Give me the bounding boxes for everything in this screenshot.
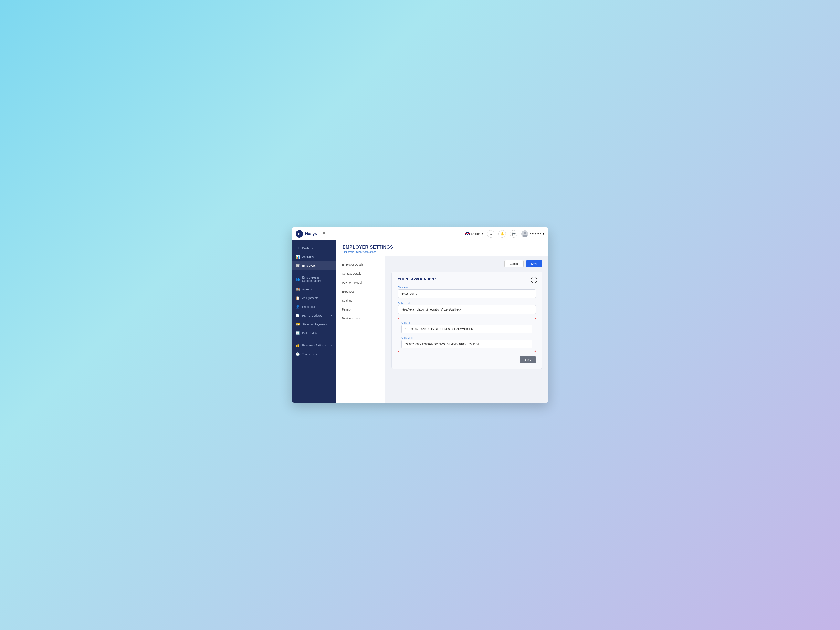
client-secret-label: Client Secret [401,336,532,339]
top-actions: Cancel Save [392,260,542,267]
logo-area: N Nxsys ☰ [295,230,336,237]
card-save-button[interactable]: Save [520,356,536,363]
client-name-label: Client name * [398,286,536,289]
sidebar-label-payments: Payments Settings [302,344,326,347]
hamburger-icon[interactable]: ☰ [322,232,325,236]
sidebar-item-employees[interactable]: 👥 Employees & Subcontractors [292,273,336,285]
sidebar-item-payments[interactable]: 💰 Payments Settings ▾ [292,341,336,350]
breadcrumb-separator: / [355,251,356,253]
breadcrumb: Employers / Client Applications [343,251,542,253]
content-area: EMPLOYER SETTINGS Employers / Client App… [336,240,548,403]
save-button[interactable]: Save [526,260,542,267]
cancel-button[interactable]: Cancel [504,260,524,267]
sidebar-label-bulk: Bulk Update [302,332,317,335]
sidebar-divider-1 [295,272,333,272]
employers-icon: 🏢 [295,264,300,267]
page-header: EMPLOYER SETTINGS Employers / Client App… [336,240,548,256]
sidebar-item-employers[interactable]: 🏢 Employers [292,261,336,270]
form-area: Cancel Save CLIENT APPLICATION 1 + Clien… [385,256,548,403]
language-selector[interactable]: English ▾ [465,232,483,235]
subnav-payment-model[interactable]: Payment Model [336,278,385,287]
hmrc-icon: 📄 [295,314,300,317]
flag-icon [465,232,470,235]
logo-text: Nxsys [305,231,317,236]
svg-point-1 [524,232,526,234]
sidebar-item-prospects[interactable]: 👤 Prospects [292,302,336,311]
subnav-pension[interactable]: Pension [336,305,385,314]
sidebar-item-assignments[interactable]: 📋 Assignments [292,294,336,302]
bulk-icon: 🔄 [295,331,300,335]
employees-icon: 👥 [295,277,300,281]
subnav-employer-details[interactable]: Employer Details [336,260,385,269]
highlighted-credentials-section: Client Id Client Secret [398,318,536,352]
breadcrumb-employers-link[interactable]: Employers [343,251,354,253]
sidebar-item-statutory[interactable]: 💳 Statutory Payments [292,320,336,328]
breadcrumb-client-applications-link[interactable]: Client Applications [356,251,376,253]
messages-icon[interactable]: 💬 [510,230,517,237]
main-layout: ⊞ Dashboard 📊 Analytics 🏢 Employers 👥 Em… [292,240,548,403]
app-window: N Nxsys ☰ English ▾ ⊕ 🔔 💬 [292,227,548,403]
username-label: ●●●●●●● [530,232,541,235]
sidebar-label-timesheets: Timesheets [302,352,317,356]
user-chevron-icon: ▾ [543,232,545,236]
subnav-settings[interactable]: Settings [336,296,385,305]
logo-icon: N [295,230,303,237]
required-indicator: * [411,286,411,289]
prospects-icon: 👤 [295,305,300,309]
payments-arrow-icon: ▾ [331,344,332,347]
avatar [521,231,528,237]
add-application-button[interactable]: + [531,277,537,283]
redirect-uri-label: Redirect Uri * [398,302,536,305]
subnav-expenses[interactable]: Expenses [336,287,385,296]
analytics-icon: 📊 [295,255,300,259]
client-id-input[interactable] [401,325,532,333]
sub-navigation: Employer Details Contact Details Payment… [336,256,385,403]
client-id-group: Client Id [401,322,532,333]
sidebar-label-employers: Employers [302,264,316,267]
hmrc-arrow-icon: ▾ [331,314,332,317]
add-button[interactable]: ⊕ [487,230,494,237]
sidebar-label-statutory: Statutory Payments [302,323,327,326]
sidebar: ⊞ Dashboard 📊 Analytics 🏢 Employers 👥 Em… [292,240,336,403]
sidebar-label-agency: Agency [302,288,312,291]
redirect-uri-group: Redirect Uri * [398,302,536,314]
sidebar-item-agency[interactable]: 🏬 Agency [292,285,336,294]
sidebar-item-hmrc[interactable]: 📄 HMRC Updates ▾ [292,311,336,320]
language-label: English [471,232,480,235]
sidebar-item-bulk[interactable]: 🔄 Bulk Update [292,328,336,338]
redirect-uri-input[interactable] [398,305,536,314]
payments-icon: 💰 [295,343,300,347]
sidebar-label-analytics: Analytics [302,255,314,259]
user-menu[interactable]: ●●●●●●● ▾ [521,231,545,237]
sidebar-item-analytics[interactable]: 📊 Analytics [292,253,336,261]
card-save-row: Save [398,356,536,363]
client-secret-input[interactable] [401,340,532,349]
agency-icon: 🏬 [295,287,300,291]
page-title: EMPLOYER SETTINGS [343,245,542,250]
client-secret-group: Client Secret [401,336,532,349]
required-indicator-2: * [410,302,411,305]
subnav-bank-accounts[interactable]: Bank Accounts [336,314,385,323]
header-right: English ▾ ⊕ 🔔 💬 ●●●●●●● ▾ [465,230,545,237]
sidebar-label-prospects: Prospects [302,305,315,308]
notifications-icon[interactable]: 🔔 [499,230,506,237]
client-application-card: CLIENT APPLICATION 1 + Client name * [392,272,542,369]
client-name-input[interactable] [398,289,536,298]
timesheets-arrow-icon: ▾ [331,353,332,355]
sidebar-item-dashboard[interactable]: ⊞ Dashboard [292,244,336,253]
sidebar-label-dashboard: Dashboard [302,246,316,250]
statutory-icon: 💳 [295,322,300,326]
sidebar-label-employees: Employees & Subcontractors [302,276,332,283]
sidebar-label-hmrc: HMRC Updates [302,314,322,317]
subnav-contact-details[interactable]: Contact Details [336,269,385,278]
page-body: Employer Details Contact Details Payment… [336,256,548,403]
chevron-down-icon: ▾ [482,232,483,235]
timesheets-icon: 🕐 [295,352,300,356]
header: N Nxsys ☰ English ▾ ⊕ 🔔 💬 [292,227,548,240]
sidebar-item-timesheets[interactable]: 🕐 Timesheets ▾ [292,350,336,358]
client-id-label: Client Id [401,322,532,324]
sidebar-label-assignments: Assignments [302,297,319,300]
assignments-icon: 📋 [295,296,300,300]
client-name-group: Client name * [398,286,536,298]
dashboard-icon: ⊞ [295,246,300,250]
